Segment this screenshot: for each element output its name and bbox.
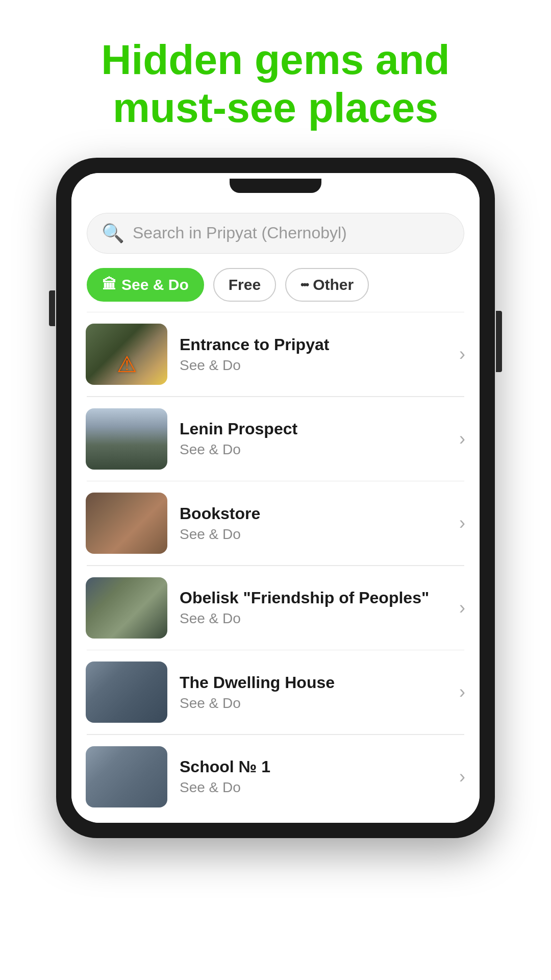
place-item-3[interactable]: Bookstore See & Do › — [71, 481, 480, 565]
building-icon: 🏛 — [102, 276, 116, 293]
place-name-3: Bookstore — [180, 504, 447, 523]
chevron-icon-5: › — [459, 681, 465, 703]
place-item-1[interactable]: Entrance to Pripyat See & Do › — [71, 312, 480, 396]
chevron-icon-6: › — [459, 766, 465, 788]
place-info-6: School № 1 See & Do — [180, 757, 447, 796]
place-category-2: See & Do — [180, 442, 447, 458]
place-item-5[interactable]: The Dwelling House See & Do › — [71, 650, 480, 734]
headline-line1: Hidden gems and — [101, 36, 449, 83]
place-category-6: See & Do — [180, 779, 447, 796]
place-category-3: See & Do — [180, 526, 447, 543]
thumbnail-school — [86, 746, 167, 807]
notch — [230, 179, 321, 193]
place-name-2: Lenin Prospect — [180, 420, 447, 438]
tab-other-label: Other — [313, 276, 354, 293]
tab-see-do-label: See & Do — [121, 276, 189, 293]
tab-free[interactable]: Free — [213, 268, 276, 302]
place-name-4: Obelisk "Friendship of Peoples" — [180, 589, 447, 607]
thumbnail-dwelling — [86, 662, 167, 723]
thumbnail-bookstore — [86, 493, 167, 554]
place-category-4: See & Do — [180, 610, 447, 627]
filter-tabs: 🏛 See & Do Free ••• Other — [71, 264, 480, 312]
headline-line2: must-see places — [113, 84, 438, 131]
page-headline: Hidden gems and must-see places — [70, 0, 480, 158]
search-bar-container: 🔍 Search in Pripyat (Chernobyl) — [71, 199, 480, 264]
tab-see-do[interactable]: 🏛 See & Do — [87, 268, 204, 302]
place-list: Entrance to Pripyat See & Do › Lenin Pro… — [71, 312, 480, 823]
status-bar — [71, 173, 480, 199]
phone-screen: 🔍 Search in Pripyat (Chernobyl) 🏛 See & … — [71, 173, 480, 823]
place-name-1: Entrance to Pripyat — [180, 335, 447, 354]
place-category-1: See & Do — [180, 357, 447, 374]
place-info-3: Bookstore See & Do — [180, 504, 447, 543]
place-info-2: Lenin Prospect See & Do — [180, 420, 447, 458]
chevron-icon-2: › — [459, 428, 465, 450]
place-info-4: Obelisk "Friendship of Peoples" See & Do — [180, 589, 447, 627]
tab-free-label: Free — [229, 276, 261, 293]
thumbnail-entrance — [86, 324, 167, 385]
place-item-2[interactable]: Lenin Prospect See & Do › — [71, 397, 480, 481]
place-category-5: See & Do — [180, 695, 447, 712]
chevron-icon-3: › — [459, 512, 465, 534]
chevron-icon-4: › — [459, 597, 465, 619]
search-placeholder: Search in Pripyat (Chernobyl) — [133, 224, 347, 242]
chevron-icon-1: › — [459, 344, 465, 365]
place-name-6: School № 1 — [180, 757, 447, 776]
place-name-5: The Dwelling House — [180, 673, 447, 692]
place-info-1: Entrance to Pripyat See & Do — [180, 335, 447, 374]
place-item-4[interactable]: Obelisk "Friendship of Peoples" See & Do… — [71, 566, 480, 650]
thumbnail-Lenin — [86, 408, 167, 470]
thumbnail-obelisk — [86, 577, 167, 639]
screen-content: 🔍 Search in Pripyat (Chernobyl) 🏛 See & … — [71, 199, 480, 823]
tab-other[interactable]: ••• Other — [285, 268, 369, 302]
search-bar[interactable]: 🔍 Search in Pripyat (Chernobyl) — [87, 213, 464, 254]
place-info-5: The Dwelling House See & Do — [180, 673, 447, 712]
dots-icon: ••• — [300, 278, 308, 291]
phone-frame: 🔍 Search in Pripyat (Chernobyl) 🏛 See & … — [56, 158, 495, 838]
place-item-6[interactable]: School № 1 See & Do › — [71, 735, 480, 823]
search-icon: 🔍 — [102, 223, 124, 244]
